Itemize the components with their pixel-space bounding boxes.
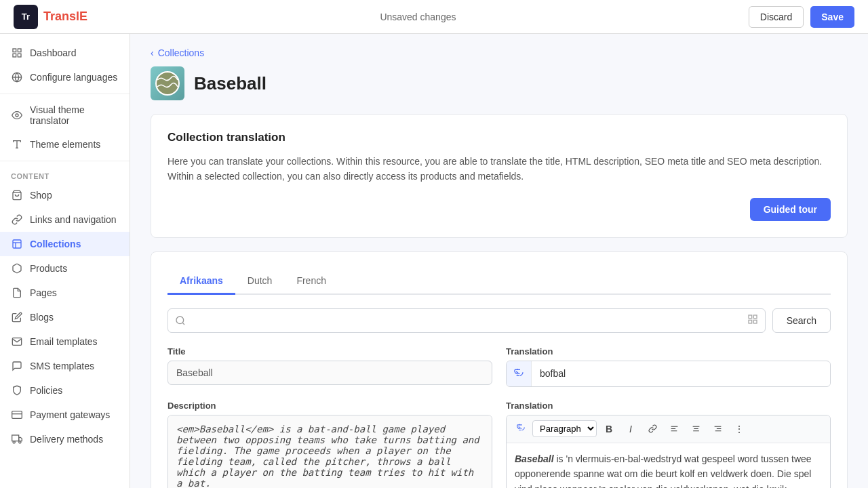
align-left-button[interactable] (665, 420, 684, 439)
sidebar-item-label: Theme elements (30, 139, 100, 150)
sidebar-item-label: Products (30, 263, 67, 274)
shop-icon (11, 189, 23, 201)
tab-afrikaans[interactable]: Afrikaans (167, 268, 235, 295)
sidebar-item-links-navigation[interactable]: Links and navigation (0, 207, 130, 232)
breadcrumb-arrow: ‹ (151, 47, 154, 58)
description-textarea[interactable]: <em>Baseball</em> is a bat-and-ball game… (167, 415, 492, 488)
description-field: Description <em>Baseball</em> is a bat-a… (167, 401, 492, 488)
svg-point-19 (176, 317, 184, 324)
sidebar-item-shop[interactable]: Shop (0, 183, 130, 207)
breadcrumb-label: Collections (158, 47, 204, 58)
discard-button[interactable]: Discard (749, 6, 804, 28)
sidebar-item-label: Pages (30, 287, 57, 298)
align-right-button[interactable] (708, 420, 727, 439)
title-row: Title Translation (167, 346, 831, 387)
sidebar-item-label: SMS templates (30, 361, 94, 371)
mail-icon (11, 336, 23, 348)
sidebar-item-label: Payment gateways (30, 409, 110, 420)
svg-rect-24 (753, 321, 757, 324)
sidebar-item-pages[interactable]: Pages (0, 281, 130, 305)
main-layout: Dashboard Configure languages Visual the… (0, 34, 868, 488)
shield-icon (11, 384, 23, 396)
unsaved-status: Unsaved changes (380, 12, 456, 22)
sidebar-item-dashboard[interactable]: Dashboard (0, 41, 130, 65)
description-label: Description (167, 401, 492, 411)
tab-dutch[interactable]: Dutch (235, 268, 285, 295)
collection-translation-title: Collection translation (167, 131, 831, 144)
svg-rect-2 (13, 54, 16, 57)
svg-rect-11 (12, 411, 22, 419)
save-button[interactable]: Save (810, 6, 854, 28)
paragraph-select[interactable]: Paragraph (532, 420, 597, 437)
sidebar-item-configure-languages[interactable]: Configure languages (0, 65, 130, 89)
align-center-button[interactable] (686, 420, 705, 439)
sidebar-item-sms-templates[interactable]: SMS templates (0, 354, 130, 378)
svg-rect-21 (749, 315, 752, 319)
more-options-button[interactable]: ⋮ (730, 420, 749, 439)
link-icon (11, 214, 23, 226)
sidebar-item-payment-gateways[interactable]: Payment gateways (0, 403, 130, 427)
svg-point-16 (19, 441, 21, 443)
svg-rect-3 (18, 54, 21, 57)
svg-rect-23 (749, 321, 752, 324)
sidebar-item-email-templates[interactable]: Email templates (0, 329, 130, 354)
search-button[interactable]: Search (772, 308, 831, 333)
topbar-left: Tr TranslE (14, 5, 87, 29)
svg-rect-0 (13, 49, 16, 52)
svg-marker-14 (19, 437, 22, 441)
svg-line-20 (182, 323, 184, 325)
app-name: TranslE (43, 9, 87, 24)
svg-rect-1 (18, 49, 21, 52)
sidebar-item-delivery-methods[interactable]: Delivery methods (0, 427, 130, 451)
svg-rect-22 (753, 315, 757, 319)
sidebar-item-label: Configure languages (30, 72, 117, 83)
grid-view-icon[interactable] (747, 314, 758, 327)
breadcrumb[interactable]: ‹ Collections (151, 47, 848, 58)
rich-toolbar: Paragraph B I (507, 415, 830, 443)
collection-icon (11, 238, 23, 250)
sidebar-item-label: Links and navigation (30, 214, 117, 225)
description-row: Description <em>Baseball</em> is a bat-a… (167, 401, 831, 488)
logo-icon: Tr (14, 5, 38, 29)
search-input[interactable] (186, 309, 747, 332)
sidebar-item-policies[interactable]: Policies (0, 378, 130, 403)
title-label: Title (167, 346, 492, 357)
collection-translation-desc: Here you can translate your collections.… (167, 154, 831, 184)
search-icon (175, 315, 186, 326)
edit-icon (11, 311, 23, 323)
credit-card-icon (11, 409, 23, 421)
guided-tour-wrap: Guided tour (167, 198, 831, 221)
sidebar-item-label: Delivery methods (30, 434, 103, 445)
sidebar-item-blogs[interactable]: Blogs (0, 305, 130, 329)
svg-point-6 (16, 114, 18, 117)
translate-icon (507, 361, 532, 386)
grid-icon (11, 47, 23, 59)
search-input-wrap (167, 308, 766, 333)
title-input[interactable] (167, 361, 492, 385)
svg-point-15 (13, 441, 15, 443)
collection-translation-card: Collection translation Here you can tran… (151, 114, 848, 238)
sidebar-item-theme-elements[interactable]: Theme elements (0, 132, 130, 157)
title-translation-input[interactable] (532, 362, 830, 385)
sidebar-section-content: CONTENT (0, 165, 130, 183)
sidebar-item-label: Collections (30, 239, 81, 249)
logo-icon-text: Tr (22, 12, 30, 22)
topbar-actions: Discard Save (749, 6, 854, 28)
main-content: ‹ Collections Baseball Collection transl… (130, 34, 868, 488)
collection-image (151, 66, 184, 100)
title-translation-field: Translation (506, 346, 831, 387)
title-field: Title (167, 346, 492, 387)
rich-content[interactable]: Baseball is 'n vlermuis-en-bal-wedstryd … (507, 443, 830, 488)
link-button[interactable] (643, 420, 662, 439)
page-header: Baseball (151, 66, 848, 100)
sidebar-item-products[interactable]: Products (0, 256, 130, 281)
guided-tour-button[interactable]: Guided tour (750, 198, 831, 221)
svg-rect-10 (13, 240, 21, 248)
sidebar-item-visual-theme-translator[interactable]: Visual theme translator (0, 98, 130, 132)
bold-button[interactable]: B (599, 420, 618, 439)
sidebar-divider (0, 94, 130, 94)
sidebar: Dashboard Configure languages Visual the… (0, 34, 130, 488)
sidebar-item-collections[interactable]: Collections (0, 232, 130, 256)
italic-button[interactable]: I (621, 420, 640, 439)
tab-french[interactable]: French (284, 268, 338, 295)
